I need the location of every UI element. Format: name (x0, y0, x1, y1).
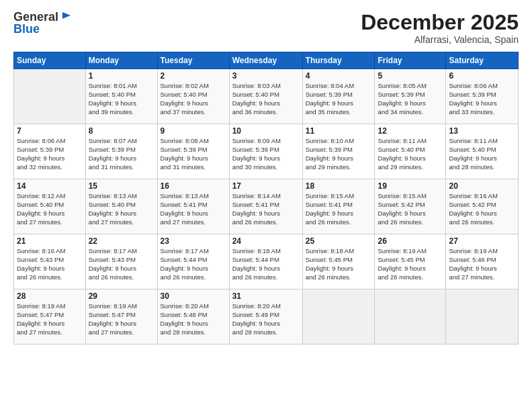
calendar-cell: 2Sunrise: 8:02 AM Sunset: 5:40 PM Daylig… (157, 69, 229, 124)
day-info: Sunrise: 8:10 AM Sunset: 5:39 PM Dayligh… (306, 137, 372, 171)
day-info: Sunrise: 8:19 AM Sunset: 5:47 PM Dayligh… (17, 302, 83, 336)
calendar-cell (446, 289, 519, 345)
calendar-cell: 24Sunrise: 8:18 AM Sunset: 5:44 PM Dayli… (229, 234, 302, 289)
day-number: 25 (306, 236, 372, 246)
calendar-cell: 1Sunrise: 8:01 AM Sunset: 5:40 PM Daylig… (85, 69, 157, 124)
day-info: Sunrise: 8:07 AM Sunset: 5:39 PM Dayligh… (89, 137, 154, 171)
day-number: 17 (232, 181, 300, 191)
calendar-table: SundayMondayTuesdayWednesdayThursdayFrid… (13, 52, 519, 345)
day-number: 16 (161, 181, 226, 191)
calendar-cell: 30Sunrise: 8:20 AM Sunset: 5:48 PM Dayli… (157, 289, 229, 345)
day-number: 9 (161, 126, 226, 136)
day-number: 8 (89, 126, 154, 136)
svg-marker-0 (62, 12, 71, 19)
calendar-cell: 13Sunrise: 8:11 AM Sunset: 5:40 PM Dayli… (446, 124, 519, 179)
day-info: Sunrise: 8:06 AM Sunset: 5:39 PM Dayligh… (449, 82, 515, 116)
day-number: 2 (161, 71, 226, 81)
day-number: 28 (17, 291, 83, 301)
col-header-wednesday: Wednesday (229, 52, 302, 69)
day-number: 5 (378, 71, 443, 81)
calendar-cell: 7Sunrise: 8:06 AM Sunset: 5:39 PM Daylig… (14, 124, 86, 179)
logo: General Blue (13, 11, 72, 36)
day-number: 7 (17, 126, 83, 136)
day-info: Sunrise: 8:06 AM Sunset: 5:39 PM Dayligh… (17, 137, 83, 171)
col-header-sunday: Sunday (14, 52, 86, 69)
calendar-cell: 10Sunrise: 8:09 AM Sunset: 5:39 PM Dayli… (229, 124, 302, 179)
day-info: Sunrise: 8:01 AM Sunset: 5:40 PM Dayligh… (89, 82, 154, 116)
calendar-cell: 15Sunrise: 8:13 AM Sunset: 5:40 PM Dayli… (85, 179, 157, 234)
calendar-cell (375, 289, 446, 345)
day-number: 11 (306, 126, 372, 136)
col-header-thursday: Thursday (302, 52, 375, 69)
day-info: Sunrise: 8:11 AM Sunset: 5:40 PM Dayligh… (378, 137, 443, 171)
calendar-week-4: 21Sunrise: 8:16 AM Sunset: 5:43 PM Dayli… (14, 234, 519, 289)
col-header-monday: Monday (85, 52, 157, 69)
day-number: 13 (449, 126, 515, 136)
day-info: Sunrise: 8:15 AM Sunset: 5:41 PM Dayligh… (306, 192, 372, 226)
day-number: 26 (378, 236, 443, 246)
day-info: Sunrise: 8:18 AM Sunset: 5:45 PM Dayligh… (306, 247, 372, 281)
day-info: Sunrise: 8:19 AM Sunset: 5:45 PM Dayligh… (378, 247, 443, 281)
calendar-week-1: 1Sunrise: 8:01 AM Sunset: 5:40 PM Daylig… (14, 69, 519, 124)
calendar-cell: 4Sunrise: 8:04 AM Sunset: 5:39 PM Daylig… (302, 69, 375, 124)
calendar-week-3: 14Sunrise: 8:12 AM Sunset: 5:40 PM Dayli… (14, 179, 519, 234)
calendar-cell: 22Sunrise: 8:17 AM Sunset: 5:43 PM Dayli… (85, 234, 157, 289)
day-info: Sunrise: 8:17 AM Sunset: 5:44 PM Dayligh… (161, 247, 226, 281)
calendar-cell: 8Sunrise: 8:07 AM Sunset: 5:39 PM Daylig… (85, 124, 157, 179)
day-number: 23 (161, 236, 226, 246)
day-number: 19 (378, 181, 443, 191)
day-info: Sunrise: 8:12 AM Sunset: 5:40 PM Dayligh… (17, 192, 83, 226)
calendar-cell (14, 69, 86, 124)
day-info: Sunrise: 8:13 AM Sunset: 5:40 PM Dayligh… (89, 192, 154, 226)
day-number: 6 (449, 71, 515, 81)
calendar-cell: 31Sunrise: 8:20 AM Sunset: 5:49 PM Dayli… (229, 289, 302, 345)
calendar-cell: 27Sunrise: 8:19 AM Sunset: 5:46 PM Dayli… (446, 234, 519, 289)
day-info: Sunrise: 8:16 AM Sunset: 5:43 PM Dayligh… (17, 247, 83, 281)
day-number: 30 (161, 291, 226, 301)
header: General Blue December 2025 Alfarrasi, Va… (13, 11, 519, 45)
day-number: 12 (378, 126, 443, 136)
day-number: 27 (449, 236, 515, 246)
day-number: 10 (232, 126, 300, 136)
calendar-cell: 20Sunrise: 8:16 AM Sunset: 5:42 PM Dayli… (446, 179, 519, 234)
title-block: December 2025 Alfarrasi, Valencia, Spain (361, 11, 519, 45)
logo-blue: Blue (13, 23, 40, 36)
calendar-cell: 11Sunrise: 8:10 AM Sunset: 5:39 PM Dayli… (302, 124, 375, 179)
day-info: Sunrise: 8:05 AM Sunset: 5:39 PM Dayligh… (378, 82, 443, 116)
calendar-cell: 26Sunrise: 8:19 AM Sunset: 5:45 PM Dayli… (375, 234, 446, 289)
col-header-tuesday: Tuesday (157, 52, 229, 69)
day-info: Sunrise: 8:13 AM Sunset: 5:41 PM Dayligh… (161, 192, 226, 226)
calendar-cell: 6Sunrise: 8:06 AM Sunset: 5:39 PM Daylig… (446, 69, 519, 124)
calendar-cell (302, 289, 375, 345)
col-header-saturday: Saturday (446, 52, 519, 69)
calendar-cell: 3Sunrise: 8:03 AM Sunset: 5:40 PM Daylig… (229, 69, 302, 124)
calendar-cell: 16Sunrise: 8:13 AM Sunset: 5:41 PM Dayli… (157, 179, 229, 234)
day-info: Sunrise: 8:04 AM Sunset: 5:39 PM Dayligh… (306, 82, 372, 116)
calendar-cell: 12Sunrise: 8:11 AM Sunset: 5:40 PM Dayli… (375, 124, 446, 179)
calendar-week-2: 7Sunrise: 8:06 AM Sunset: 5:39 PM Daylig… (14, 124, 519, 179)
day-number: 3 (232, 71, 300, 81)
day-number: 29 (89, 291, 154, 301)
day-info: Sunrise: 8:16 AM Sunset: 5:42 PM Dayligh… (449, 192, 515, 226)
month-title: December 2025 (361, 11, 519, 34)
calendar-cell: 29Sunrise: 8:19 AM Sunset: 5:47 PM Dayli… (85, 289, 157, 345)
day-number: 14 (17, 181, 83, 191)
day-info: Sunrise: 8:03 AM Sunset: 5:40 PM Dayligh… (232, 82, 300, 116)
day-info: Sunrise: 8:20 AM Sunset: 5:49 PM Dayligh… (232, 302, 300, 336)
day-number: 24 (232, 236, 300, 246)
day-info: Sunrise: 8:20 AM Sunset: 5:48 PM Dayligh… (161, 302, 226, 336)
day-number: 20 (449, 181, 515, 191)
day-info: Sunrise: 8:15 AM Sunset: 5:42 PM Dayligh… (378, 192, 443, 226)
calendar-week-5: 28Sunrise: 8:19 AM Sunset: 5:47 PM Dayli… (14, 289, 519, 345)
day-info: Sunrise: 8:08 AM Sunset: 5:39 PM Dayligh… (161, 137, 226, 171)
calendar-cell: 19Sunrise: 8:15 AM Sunset: 5:42 PM Dayli… (375, 179, 446, 234)
day-number: 4 (306, 71, 372, 81)
day-info: Sunrise: 8:19 AM Sunset: 5:47 PM Dayligh… (89, 302, 154, 336)
day-info: Sunrise: 8:19 AM Sunset: 5:46 PM Dayligh… (449, 247, 515, 281)
calendar-cell: 28Sunrise: 8:19 AM Sunset: 5:47 PM Dayli… (14, 289, 86, 345)
day-number: 31 (232, 291, 300, 301)
page: General Blue December 2025 Alfarrasi, Va… (0, 0, 532, 411)
calendar-cell: 23Sunrise: 8:17 AM Sunset: 5:44 PM Dayli… (157, 234, 229, 289)
day-number: 1 (89, 71, 154, 81)
day-number: 15 (89, 181, 154, 191)
